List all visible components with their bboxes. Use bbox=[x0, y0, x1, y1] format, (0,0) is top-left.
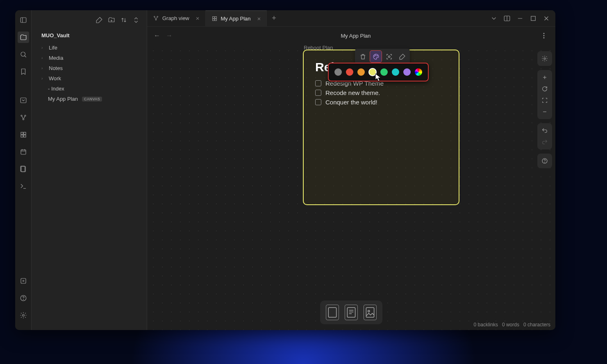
color-swatch[interactable] bbox=[357, 68, 365, 76]
add-media-icon[interactable] bbox=[364, 305, 377, 320]
card-toolbar bbox=[355, 49, 410, 64]
svg-rect-38 bbox=[215, 19, 216, 20]
tree-folder[interactable]: ›Media bbox=[33, 53, 143, 63]
zoom-out-icon[interactable] bbox=[539, 106, 550, 118]
tree-label: - Index bbox=[48, 86, 64, 92]
color-swatch[interactable] bbox=[380, 68, 388, 76]
svg-line-9 bbox=[23, 116, 25, 119]
reset-zoom-icon[interactable] bbox=[539, 83, 550, 95]
svg-line-3 bbox=[25, 56, 26, 57]
svg-rect-14 bbox=[21, 150, 26, 154]
new-note-icon[interactable] bbox=[93, 14, 105, 26]
status-backlinks: 0 backlinks bbox=[474, 322, 498, 328]
add-note-icon[interactable] bbox=[345, 305, 358, 320]
svg-rect-4 bbox=[20, 98, 26, 103]
back-icon[interactable]: ← bbox=[153, 32, 161, 39]
fullscreen-icon[interactable] bbox=[539, 95, 550, 106]
left-ribbon bbox=[15, 10, 32, 330]
color-swatch[interactable] bbox=[403, 68, 411, 76]
color-custom-icon[interactable] bbox=[415, 68, 422, 76]
color-picker bbox=[328, 63, 429, 81]
vault-icon[interactable] bbox=[18, 275, 29, 287]
color-swatch[interactable] bbox=[392, 68, 399, 76]
redo-icon[interactable] bbox=[539, 136, 550, 148]
svg-point-24 bbox=[23, 299, 23, 300]
zoom-in-icon[interactable] bbox=[539, 72, 550, 83]
focus-icon[interactable] bbox=[383, 50, 395, 63]
search-icon[interactable] bbox=[18, 49, 29, 60]
tab-graph-view[interactable]: Graph view × bbox=[147, 10, 206, 26]
svg-point-7 bbox=[23, 119, 24, 120]
tab-dropdown-icon[interactable] bbox=[488, 13, 500, 24]
tree-folder[interactable]: ›Life bbox=[33, 43, 143, 53]
checkbox-icon[interactable] bbox=[315, 90, 321, 96]
tree-file[interactable]: - Index bbox=[33, 84, 143, 94]
svg-rect-35 bbox=[212, 17, 214, 18]
edit-icon[interactable] bbox=[396, 50, 408, 63]
close-icon[interactable]: × bbox=[196, 15, 200, 22]
checkbox-icon[interactable] bbox=[315, 80, 321, 86]
tree-label: Media bbox=[49, 55, 63, 61]
task-text: Conquer the world! bbox=[325, 99, 377, 106]
svg-rect-10 bbox=[21, 132, 23, 134]
task-item[interactable]: Conquer the world! bbox=[315, 99, 447, 106]
svg-point-45 bbox=[543, 33, 544, 34]
canvas-area[interactable]: Reboot Plan Reb Redesign WP Theme Recode… bbox=[147, 45, 555, 330]
window-close-icon[interactable] bbox=[541, 13, 552, 24]
color-swatch[interactable] bbox=[346, 68, 353, 76]
status-chars: 0 characters bbox=[523, 322, 550, 328]
bookmark-icon[interactable] bbox=[18, 66, 29, 77]
tree-folder[interactable]: ›Work bbox=[33, 73, 143, 84]
window-minimize-icon[interactable] bbox=[514, 13, 526, 24]
settings-icon[interactable] bbox=[18, 310, 29, 321]
quick-switcher-icon[interactable] bbox=[18, 95, 29, 106]
canvas-add-bar bbox=[320, 301, 382, 324]
files-icon[interactable] bbox=[18, 32, 29, 43]
canvas-help-icon[interactable] bbox=[539, 155, 550, 167]
color-swatch[interactable] bbox=[334, 68, 342, 76]
delete-icon[interactable] bbox=[357, 50, 369, 63]
tab-label: Graph view bbox=[162, 15, 189, 21]
undo-icon[interactable] bbox=[539, 125, 550, 136]
svg-rect-12 bbox=[21, 135, 23, 137]
forward-icon[interactable]: → bbox=[165, 32, 173, 39]
more-icon[interactable] bbox=[538, 30, 550, 41]
svg-rect-59 bbox=[347, 307, 355, 317]
svg-point-25 bbox=[22, 314, 24, 317]
tree-label: Notes bbox=[49, 65, 63, 71]
palette-icon[interactable] bbox=[370, 50, 382, 63]
daily-note-icon[interactable] bbox=[18, 146, 29, 158]
main-area: Graph view × My App Plan × + ← → My App … bbox=[147, 10, 555, 330]
tree-file[interactable]: My App PlanCANVAS bbox=[33, 94, 143, 104]
collapse-icon[interactable] bbox=[130, 14, 142, 26]
new-tab-button[interactable]: + bbox=[267, 14, 281, 23]
graph-icon[interactable] bbox=[18, 112, 29, 123]
task-item[interactable]: Recode new theme. bbox=[315, 89, 447, 96]
file-tree: ›Life ›Media ›Notes ›Work - Index My App… bbox=[32, 41, 147, 106]
canvas-icon[interactable] bbox=[18, 129, 29, 140]
sidebar-toggle-icon[interactable] bbox=[18, 14, 29, 26]
tree-label: My App Plan bbox=[48, 96, 78, 102]
checkbox-icon[interactable] bbox=[315, 99, 321, 105]
tree-folder[interactable]: ›Notes bbox=[33, 63, 143, 73]
window-maximize-icon[interactable] bbox=[527, 13, 539, 24]
new-folder-icon[interactable] bbox=[106, 14, 117, 26]
svg-rect-11 bbox=[23, 132, 25, 134]
add-card-icon[interactable] bbox=[326, 305, 339, 320]
split-pane-icon[interactable] bbox=[501, 13, 513, 24]
tab-my-app-plan[interactable]: My App Plan × bbox=[206, 10, 267, 26]
color-swatch[interactable] bbox=[369, 68, 376, 76]
close-icon[interactable]: × bbox=[257, 15, 261, 22]
vault-name[interactable]: MUO_Vault bbox=[32, 30, 147, 41]
templates-icon[interactable] bbox=[18, 163, 29, 175]
file-sidebar: MUO_Vault ›Life ›Media ›Notes ›Work - In… bbox=[32, 10, 147, 330]
tab-bar: Graph view × My App Plan × + bbox=[147, 10, 555, 27]
canvas-settings-icon[interactable] bbox=[539, 53, 550, 64]
tree-label: Work bbox=[49, 75, 61, 81]
svg-rect-21 bbox=[21, 278, 26, 283]
task-text: Recode new theme. bbox=[325, 89, 380, 96]
command-palette-icon[interactable] bbox=[18, 181, 29, 192]
sort-icon[interactable] bbox=[118, 14, 130, 26]
svg-point-22 bbox=[23, 280, 24, 282]
help-icon[interactable] bbox=[18, 292, 29, 304]
